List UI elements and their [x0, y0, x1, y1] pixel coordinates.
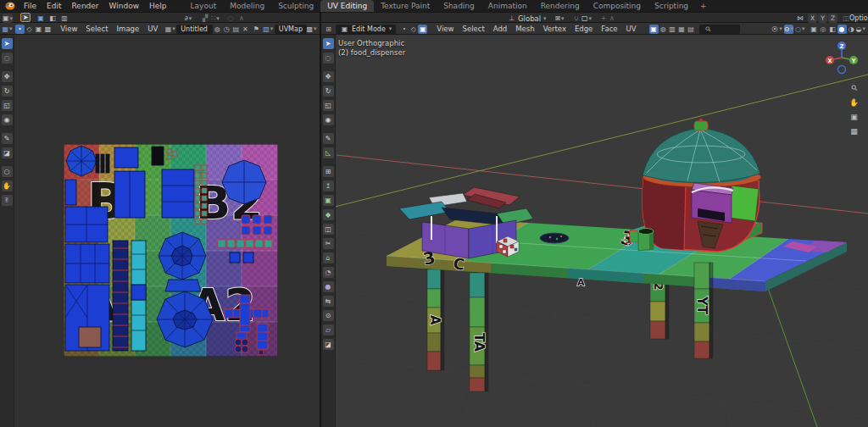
editor-type-button-3d[interactable]: ⊞ — [324, 25, 333, 34]
pin-icon[interactable]: ⚑ — [252, 25, 261, 34]
workspace-tab[interactable]: Compositing — [587, 0, 648, 12]
app-menu-item[interactable]: Help — [144, 0, 172, 12]
table-leg-front-left[interactable]: TA — [470, 273, 488, 391]
table-leg-front-right[interactable]: YT — [694, 263, 713, 358]
proportional-editing-icon[interactable]: ○▾ — [795, 25, 805, 34]
snap-target-icon[interactable]: ⊠▾ — [554, 14, 565, 23]
new-image-icon[interactable]: ◍ — [213, 25, 222, 34]
select-mode-face[interactable]: ▣ — [418, 25, 427, 34]
editor-separator[interactable] — [320, 12, 321, 427]
viewport-header-icon-1[interactable]: ▣ — [649, 25, 659, 34]
app-menu-item[interactable]: Window — [104, 0, 145, 12]
viewport-menu-item[interactable]: Mesh — [511, 25, 538, 33]
viewport-menu-item[interactable]: Face — [597, 25, 621, 33]
snap-mode-icon[interactable]: ▢▾ — [581, 14, 592, 23]
viewport-menu-item[interactable]: Vertex — [539, 25, 570, 33]
extrude-region-tool[interactable]: ↥ — [323, 180, 334, 191]
scale-tool[interactable]: ◱ — [323, 100, 334, 111]
edge-slide-tool[interactable]: ⇆ — [323, 296, 334, 307]
viewport-header-icon-4[interactable]: ▦ — [677, 25, 687, 34]
viewport-menu-item[interactable]: View — [432, 25, 458, 33]
navigation-gizmo[interactable]: Z X Y — [822, 38, 861, 77]
app-menu-item[interactable]: Edit — [42, 0, 66, 12]
shading-solid-icon[interactable]: ● — [837, 25, 847, 34]
viewport-menu-item[interactable]: Edge — [570, 25, 597, 33]
snap-toggle-icon[interactable]: ⊙▾ — [784, 25, 793, 34]
green-cup[interactable] — [638, 229, 654, 252]
rotate-tool[interactable]: ↻ — [2, 86, 13, 97]
transform-tool[interactable]: ◉ — [2, 114, 13, 125]
rip-region-tool[interactable]: ◪ — [2, 147, 13, 158]
mirror-axis-toggle[interactable]: X — [808, 14, 817, 23]
shading-material-icon[interactable]: ◑ — [847, 25, 856, 34]
zoom-button[interactable]: ⚲ — [846, 80, 861, 95]
show-overlays-icon[interactable]: ◎ — [819, 25, 828, 34]
camera-view-button[interactable]: ▣ — [849, 111, 860, 122]
uv-image-canvas[interactable]: B B2 A A2 — [64, 144, 278, 357]
shear-tool[interactable]: ▱ — [323, 324, 334, 336]
move-tool[interactable]: ✥ — [323, 71, 334, 82]
uv-select-mode-vertex[interactable]: ⬩ — [15, 25, 25, 34]
annotate-tool[interactable]: ✎ — [2, 133, 13, 144]
orientation-label[interactable]: Global — [518, 14, 541, 23]
workspace-tab[interactable]: Rendering — [534, 0, 587, 12]
select-circle-tool[interactable]: ◌ — [2, 53, 13, 64]
pan-button[interactable]: ✋ — [849, 97, 860, 108]
workspace-tab[interactable]: Sculpting — [271, 0, 320, 12]
falloff-curve-icon-3d[interactable]: ∧ — [607, 14, 617, 23]
uv-editor[interactable]: ➤◌✥↻◱◉✎◪○✋✌ B B2 A A2 — [0, 35, 320, 427]
knife-tool[interactable]: ✂ — [323, 238, 334, 249]
table-leg-back-left[interactable]: A — [427, 269, 444, 370]
shrink-fatten-tool[interactable]: ⊙ — [323, 310, 334, 321]
uv-menu-item[interactable]: View — [56, 25, 81, 33]
uv-menu-item[interactable]: Image — [113, 25, 144, 33]
bevel-tool[interactable]: ◆ — [323, 209, 334, 220]
loop-cut-tool[interactable]: ◫ — [323, 224, 334, 235]
show-gizmo-icon[interactable]: ▣ — [810, 25, 819, 34]
shading-rendered-icon[interactable]: ◒▾ — [856, 25, 866, 34]
snap-icon-uv[interactable]: ∷▾ — [210, 14, 220, 23]
viewport-3d[interactable]: A 2 A — [321, 35, 868, 427]
workspace-tab[interactable]: Modeling — [223, 0, 271, 12]
workspace-tab[interactable]: Shading — [437, 0, 481, 12]
spin-tool[interactable]: ◔ — [323, 267, 334, 278]
gizmo-axis-neg-z[interactable] — [838, 66, 846, 74]
uv-display-options-icon[interactable]: ▩▾ — [307, 25, 316, 34]
dark-plate[interactable] — [540, 233, 569, 243]
viewport-menu-item[interactable]: Add — [489, 25, 511, 33]
relax-tool[interactable]: ✋ — [2, 180, 13, 191]
uv-menu-item[interactable]: UV — [143, 25, 162, 33]
browse-image-icon[interactable]: ▦▾ — [165, 25, 175, 34]
workspace-tab[interactable]: Animation — [481, 0, 534, 12]
uv-select-mode-island[interactable]: ▩ — [43, 25, 53, 34]
move-tool[interactable]: ✥ — [2, 71, 13, 82]
scene-canvas[interactable]: A 2 A — [321, 35, 868, 427]
tweak-tool[interactable]: ➤ — [323, 38, 334, 49]
options-dropdown[interactable]: Options — [849, 14, 868, 22]
transform-tool[interactable]: ◉ — [323, 114, 334, 125]
grab-tool[interactable]: ○ — [2, 166, 13, 177]
app-menu-item[interactable]: Render — [67, 0, 104, 12]
smooth-tool[interactable]: ● — [323, 281, 334, 292]
toggle-xray-icon[interactable]: ◧ — [828, 25, 837, 34]
falloff-curve-icon[interactable]: ∧ — [236, 14, 247, 23]
mirror-icon[interactable]: ▞ — [200, 14, 210, 23]
workspace-tab[interactable]: Texture Paint — [374, 0, 437, 12]
select-mode-vertex[interactable]: ⬩ — [399, 25, 409, 34]
pivot-point-icon[interactable]: ⦿▾ — [771, 25, 782, 34]
scale-tool[interactable]: ◱ — [2, 100, 13, 111]
orientation-dropdown-icon[interactable]: ▾ — [543, 15, 547, 22]
select-mode-edge[interactable]: ◇ — [409, 25, 418, 34]
viewport-header-icon-5[interactable]: ▤ — [687, 25, 696, 34]
viewport-header-icon-2[interactable]: ◍ — [659, 25, 668, 34]
workspace-tab[interactable]: Layout — [184, 0, 224, 12]
uv-select-mode-edge[interactable]: ◇ — [25, 25, 34, 34]
measure-tool[interactable]: ◺ — [323, 147, 334, 158]
tool-dropdown-icon[interactable]: ▣▾ — [3, 14, 13, 23]
mirror-axis-toggle[interactable]: Z — [828, 14, 837, 23]
uvmap-icon[interactable]: ▧▾ — [264, 25, 273, 34]
mirror-toggle-icon[interactable]: ⋈ — [795, 14, 805, 23]
search-field[interactable]: ⚲ — [699, 25, 740, 34]
pinch-tool[interactable]: ✌ — [2, 195, 13, 206]
uv-overlay-icon[interactable]: ◧ — [47, 14, 58, 23]
